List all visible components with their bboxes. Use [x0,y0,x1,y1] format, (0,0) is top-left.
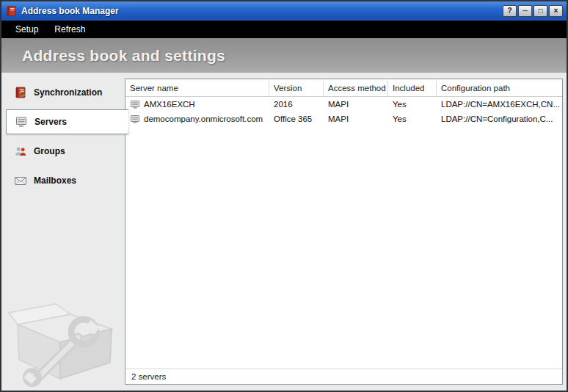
column-header-included[interactable]: Included [388,81,437,96]
minimize-button[interactable]: ─ [518,5,532,17]
cell-version: Office 365 [269,115,324,123]
column-header-configuration-path[interactable]: Configuration path [437,81,562,96]
menu-item-refresh[interactable]: Refresh [46,21,93,38]
window-title: Address book Manager [21,6,119,16]
close-button[interactable]: × [549,5,563,17]
synchronization-icon [14,86,27,99]
cell-access-method: MAPI [324,115,388,123]
sidebar-item-groups[interactable]: Groups [6,139,122,164]
content-panel: Server name Version Access method Includ… [125,79,563,385]
server-name-text: AMX16EXCH [144,100,195,109]
sidebar-item-label: Mailboxes [34,175,76,186]
server-name-text: democompany.onmicrosoft.com [144,115,263,123]
page-title: Address book and settings [22,47,225,65]
sidebar-item-mailboxes[interactable]: Mailboxes [6,168,122,193]
app-icon [5,5,17,17]
cell-included: Yes [388,100,437,109]
cell-configuration-path: LDAP://CN=AMX16EXCH,CN... [437,100,562,109]
help-button[interactable]: ? [503,5,517,17]
server-icon [130,99,140,109]
sidebar-item-label: Synchronization [34,87,102,98]
status-bar: 2 servers [125,369,562,384]
app-window: Address book Manager ? ─ □ × Setup Refre… [0,0,568,392]
menu-item-setup[interactable]: Setup [7,21,46,38]
groups-icon [14,145,27,158]
column-header-server-name[interactable]: Server name [125,81,269,96]
column-header-version[interactable]: Version [269,81,324,96]
table-row[interactable]: democompany.onmicrosoft.com Office 365 M… [125,112,562,126]
cell-included: Yes [388,115,437,123]
sidebar-item-label: Groups [34,146,65,156]
cell-configuration-path: LDAP://CN=Configuration,C... [437,115,562,123]
maximize-button[interactable]: □ [534,5,547,17]
sidebar: Synchronization Servers Groups Mailboxes [6,80,128,197]
page-header: Address book and settings [1,38,567,73]
mailboxes-icon [14,174,27,187]
toolbox-watermark-icon [7,286,119,389]
sidebar-item-label: Servers [34,117,67,127]
cell-access-method: MAPI [324,100,388,109]
cell-server-name: AMX16EXCH [125,99,269,109]
body-area: Synchronization Servers Groups Mailboxes [1,73,567,391]
sidebar-item-synchronization[interactable]: Synchronization [6,80,122,105]
table-row[interactable]: AMX16EXCH 2016 MAPI Yes LDAP://CN=AMX16E… [125,97,562,112]
sidebar-item-servers[interactable]: Servers [6,109,128,134]
title-bar[interactable]: Address book Manager ? ─ □ × [1,1,567,21]
column-header-access-method[interactable]: Access method [324,81,388,96]
server-count: 2 servers [131,372,166,381]
servers-icon [15,115,28,128]
server-icon [130,114,140,124]
window-controls: ? ─ □ × [503,5,563,17]
table-header: Server name Version Access method Includ… [125,81,562,97]
menu-bar: Setup Refresh [1,21,567,38]
cell-version: 2016 [269,100,324,109]
cell-server-name: democompany.onmicrosoft.com [125,114,269,124]
